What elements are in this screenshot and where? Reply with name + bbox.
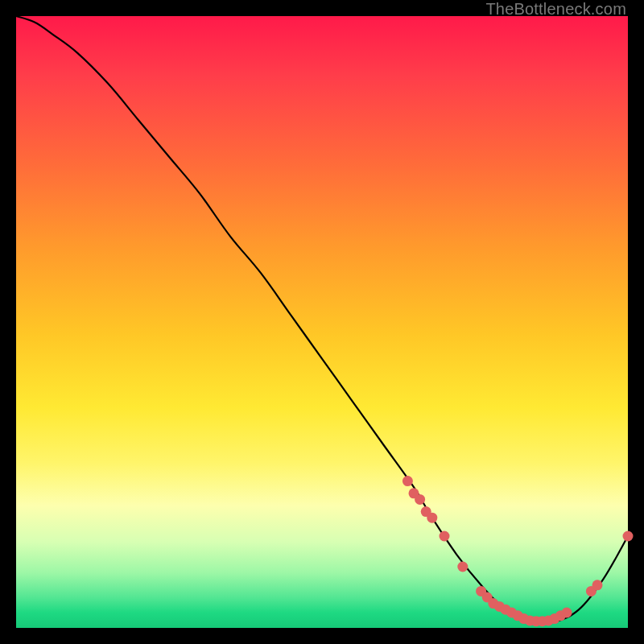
data-dot [427, 513, 437, 523]
data-dot [440, 531, 450, 542]
plot-area [16, 16, 628, 628]
data-dot [402, 476, 413, 486]
bottleneck-curve [16, 16, 628, 623]
data-dot [592, 580, 603, 590]
curve-dots [402, 476, 634, 626]
data-dot [623, 531, 634, 542]
data-dot [415, 494, 425, 505]
chart-frame: TheBottleneck.com [0, 0, 644, 644]
data-dot [562, 608, 572, 618]
data-dot [457, 562, 468, 572]
line-chart-svg [16, 16, 628, 628]
